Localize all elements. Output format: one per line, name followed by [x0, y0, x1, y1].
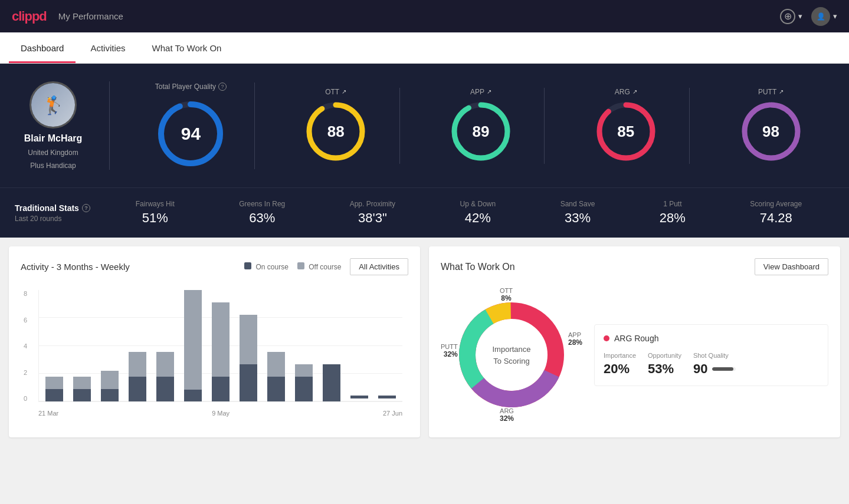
off-course-bar	[73, 377, 90, 389]
user-avatar: 👤	[811, 7, 830, 26]
logo: clippd	[12, 9, 47, 24]
putt-ring: 98	[739, 99, 804, 164]
total-quality-label: Total Player Quality ?	[155, 83, 227, 91]
donut-label-putt: PUTT 32%	[441, 343, 458, 358]
ott-score: 88	[327, 122, 345, 140]
activity-title: Activity - 3 Months - Weekly	[21, 262, 130, 272]
arg-detail-dot	[604, 335, 609, 341]
putt-label: PUTT ↗	[758, 88, 784, 96]
off-course-bar	[129, 352, 146, 377]
on-course-bar	[267, 377, 284, 401]
stat-one-putt: 1 Putt 28%	[660, 200, 686, 226]
trad-stats-label: Traditional Stats ? Last 20 rounds	[15, 203, 91, 223]
trad-stats-subtitle: Last 20 rounds	[15, 215, 91, 223]
user-menu[interactable]: 👤 ▾	[811, 7, 837, 26]
on-course-bar	[323, 364, 340, 401]
activity-controls: On course Off course All Activities	[244, 258, 408, 275]
shot-quality-bar	[712, 367, 736, 371]
bar-group	[319, 290, 344, 401]
score-total: Total Player Quality ? 94	[127, 83, 255, 169]
stat-scoring-average: Scoring Average 74.28	[750, 200, 802, 226]
score-ott: OTT ↗ 88	[273, 88, 400, 164]
player-name: Blair McHarg	[24, 133, 83, 144]
on-course-bar	[350, 396, 368, 398]
off-course-bar	[295, 364, 312, 377]
add-chevron: ▾	[798, 12, 802, 21]
total-score: 94	[181, 124, 201, 144]
bar-group	[181, 290, 205, 401]
nav-tabs: Dashboard Activities What To Work On	[0, 32, 849, 64]
off-course-bar	[184, 290, 201, 390]
arg-stats: Importance 20% Opportunity 53% Shot Qual…	[604, 352, 819, 377]
arg-score: 85	[617, 122, 634, 140]
y-axis: 8 6 4 2 0	[24, 290, 27, 402]
putt-score: 98	[762, 122, 779, 140]
tab-dashboard[interactable]: Dashboard	[9, 32, 76, 63]
work-on-title: What To Work On	[441, 262, 515, 272]
stat-up-down: Up & Down 42%	[460, 200, 496, 226]
add-icon: ⊕	[780, 9, 795, 24]
hero-section: 🏌️ Blair McHarg United Kingdom Plus Hand…	[0, 64, 849, 238]
app-arrow: ↗	[487, 88, 491, 95]
tab-activities[interactable]: Activities	[78, 32, 137, 63]
info-icon[interactable]: ?	[218, 83, 227, 91]
arg-arrow: ↗	[632, 88, 637, 95]
stat-sand-save: Sand Save 33%	[560, 200, 595, 226]
on-course-dot	[244, 262, 251, 269]
arg-stat-importance: Importance 20%	[604, 352, 636, 377]
add-button[interactable]: ⊕ ▾	[780, 9, 802, 24]
bar-group	[291, 290, 316, 401]
trad-stats-items: Fairways Hit 51% Greens In Reg 63% App. …	[103, 200, 834, 226]
arg-detail-card: ARG Rough Importance 20% Opportunity 53%…	[594, 324, 828, 386]
donut-chart: Importance To Scoring OTT 8% APP 28% ARG…	[441, 284, 582, 426]
off-course-bar	[101, 371, 118, 390]
on-course-bar	[129, 377, 146, 401]
player-avatar: 🏌️	[29, 81, 77, 129]
header-title: My Performance	[58, 11, 123, 21]
player-info: 🏌️ Blair McHarg United Kingdom Plus Hand…	[15, 81, 91, 170]
trad-stats-info-icon[interactable]: ?	[82, 204, 90, 212]
header-actions: ⊕ ▾ 👤 ▾	[780, 7, 837, 26]
off-course-bar	[267, 352, 284, 377]
activity-legend: On course Off course	[244, 262, 341, 271]
app-score: 89	[473, 122, 490, 140]
off-course-bar	[45, 377, 63, 389]
app-ring: 89	[448, 99, 513, 164]
user-chevron: ▾	[833, 12, 837, 21]
divider-player	[109, 81, 110, 170]
all-activities-button[interactable]: All Activities	[350, 258, 408, 275]
bar-group	[97, 290, 122, 401]
bar-group	[375, 290, 399, 401]
stat-greens-in-reg: Greens In Reg 63%	[239, 200, 285, 226]
off-course-bar	[212, 302, 229, 377]
x-axis: 21 Mar 9 May 27 Jun	[38, 410, 402, 417]
off-course-bar	[240, 315, 257, 364]
player-quality-panel: 🏌️ Blair McHarg United Kingdom Plus Hand…	[0, 64, 849, 187]
avatar-image: 🏌️	[31, 83, 75, 127]
off-course-dot	[297, 262, 304, 269]
view-dashboard-button[interactable]: View Dashboard	[755, 258, 828, 275]
on-course-bar	[184, 390, 201, 401]
score-arg: ARG ↗ 85	[562, 88, 690, 164]
bar-group	[236, 290, 261, 401]
donut-center: Importance To Scoring	[492, 344, 530, 367]
tab-what-to-work-on[interactable]: What To Work On	[140, 32, 234, 63]
stat-app-proximity: App. Proximity 38'3"	[350, 200, 395, 226]
legend-on-course: On course	[244, 262, 289, 271]
on-course-bar	[212, 377, 229, 401]
shot-quality-bar-fill	[712, 367, 733, 371]
on-course-bar	[73, 389, 90, 401]
player-country: United Kingdom	[28, 149, 78, 157]
total-ring: 94	[155, 98, 226, 169]
score-putt: PUTT ↗ 98	[707, 88, 834, 164]
bar-group	[70, 290, 94, 401]
arg-label: ARG ↗	[615, 88, 637, 96]
putt-arrow: ↗	[779, 88, 784, 95]
bar-group	[42, 290, 67, 401]
on-course-bar	[240, 364, 257, 401]
bar-group	[208, 290, 233, 401]
on-course-bar	[156, 377, 173, 401]
on-course-bar	[101, 389, 118, 401]
ott-arrow: ↗	[342, 88, 346, 95]
donut-label-app: APP 28%	[568, 331, 582, 347]
